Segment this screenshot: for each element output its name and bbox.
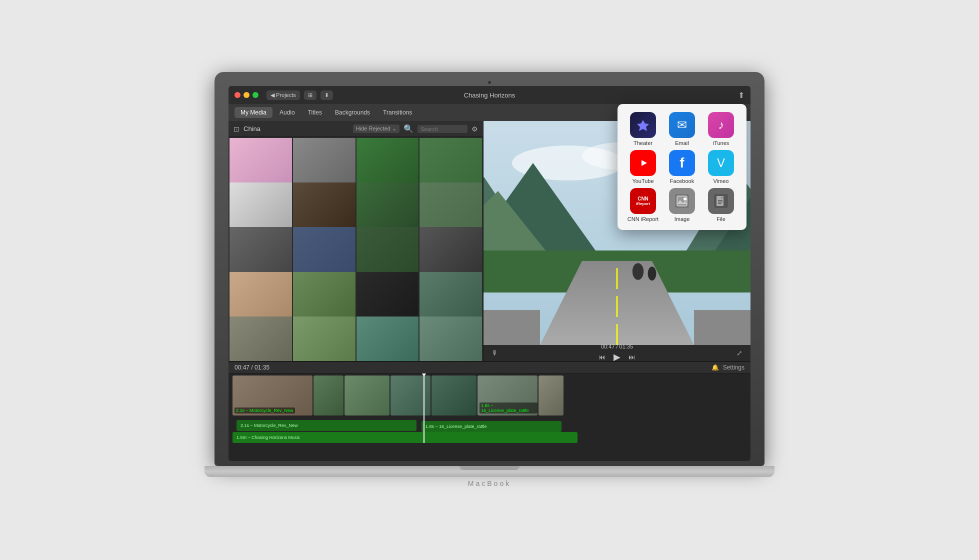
hide-rejected-button[interactable]: Hide Rejected ⌄ <box>353 124 400 133</box>
clip-4[interactable] <box>390 376 430 416</box>
thumb-18[interactable] <box>293 316 356 361</box>
thumb-5[interactable] <box>230 182 292 230</box>
itunes-label: iTunes <box>713 140 730 146</box>
fullscreen-icon[interactable]: ⤢ <box>736 349 742 357</box>
file-label: File <box>716 216 726 222</box>
svg-rect-14 <box>484 310 540 345</box>
thumb-12[interactable] <box>420 227 482 274</box>
media-panel: ⊡ China Hide Rejected ⌄ 🔍 ⚙ <box>228 121 484 361</box>
svg-rect-22 <box>677 196 687 206</box>
titlebar: ◀ Projects ⊞ ⬇ Chasing Horizons ⬆ <box>228 86 750 104</box>
thumb-8[interactable] <box>420 182 482 230</box>
filter-settings-icon[interactable]: ⚙ <box>472 125 478 133</box>
tab-transitions[interactable]: Transitions <box>377 107 418 118</box>
thumb-13[interactable] <box>230 272 292 319</box>
projects-button[interactable]: ◀ Projects <box>266 90 300 100</box>
share-facebook[interactable]: f Facebook <box>664 150 700 184</box>
timecode-display: 00:47 / 01:35 <box>601 344 633 350</box>
media-header: ⊡ China Hide Rejected ⌄ 🔍 ⚙ <box>228 121 483 137</box>
thumb-1[interactable] <box>230 138 292 185</box>
youtube-icon <box>630 150 656 176</box>
audio-track-1[interactable]: 2.1s – Motorcycle_Rev_New <box>236 420 416 431</box>
laptop-container: ◀ Projects ⊞ ⬇ Chasing Horizons ⬆ My Med… <box>214 72 764 488</box>
email-icon: ✉ <box>669 112 695 138</box>
tab-backgrounds[interactable]: Backgrounds <box>329 107 376 118</box>
share-theater[interactable]: Theater <box>626 112 660 146</box>
file-icon <box>708 188 734 214</box>
share-cnn[interactable]: CNN iReport CNN iReport <box>626 188 660 222</box>
email-label: Email <box>675 140 689 146</box>
share-file[interactable]: File <box>704 188 738 222</box>
itunes-icon: ♪ <box>708 112 734 138</box>
close-button[interactable] <box>234 92 240 98</box>
thumb-2[interactable] <box>293 138 356 185</box>
share-email[interactable]: ✉ Email <box>664 112 700 146</box>
thumb-15[interactable] <box>356 272 419 319</box>
search-icon: 🔍 <box>404 124 414 134</box>
timeline-settings-label[interactable]: Settings <box>723 364 744 371</box>
svg-rect-15 <box>694 310 750 345</box>
share-button[interactable]: ⬆ <box>738 90 744 100</box>
camera <box>488 81 491 84</box>
facebook-icon: f <box>669 150 695 176</box>
clip-5[interactable] <box>432 376 476 416</box>
vimeo-icon: V <box>708 150 734 176</box>
youtube-label: YouTube <box>632 178 654 184</box>
view-toggle-button[interactable]: ⊞ <box>304 90 316 100</box>
thumb-10[interactable] <box>293 227 356 274</box>
share-popup: Theater ✉ Email ♪ iTunes <box>618 104 746 230</box>
thumb-3[interactable] <box>356 138 419 185</box>
tab-audio[interactable]: Audio <box>274 107 301 118</box>
fullscreen-button[interactable] <box>252 92 258 98</box>
sidebar-toggle-icon[interactable]: ⊡ <box>234 125 240 133</box>
mic-icon[interactable]: 🎙 <box>492 349 498 357</box>
skip-forward-button[interactable]: ⏭ <box>628 353 636 361</box>
timeline-timecode: 00:47 / 01:35 <box>234 364 270 371</box>
thumb-11[interactable] <box>356 227 419 274</box>
thumb-9[interactable] <box>230 227 292 274</box>
clip-7[interactable] <box>538 376 564 416</box>
volume-icon[interactable]: 🔔 <box>712 364 719 371</box>
laptop-notch <box>460 466 520 470</box>
share-vimeo[interactable]: V Vimeo <box>704 150 738 184</box>
thumb-20[interactable] <box>420 316 482 361</box>
music-track-label: 1.5m – Chasing Horizons Music <box>236 435 300 440</box>
cnn-icon: CNN iReport <box>630 188 656 214</box>
thumb-16[interactable] <box>420 272 482 319</box>
tab-titles[interactable]: Titles <box>302 107 328 118</box>
minimize-button[interactable] <box>244 92 250 98</box>
tab-my-media[interactable]: My Media <box>234 107 272 118</box>
cnn-label: CNN iReport <box>628 216 658 222</box>
thumb-17[interactable] <box>230 316 292 361</box>
image-label: Image <box>674 216 690 222</box>
svg-point-17 <box>648 266 656 280</box>
clip-6[interactable]: 1.8s – 16_License_plate_rattle <box>478 376 538 416</box>
app-window: ◀ Projects ⊞ ⬇ Chasing Horizons ⬆ My Med… <box>228 86 750 461</box>
thumb-4[interactable] <box>420 138 482 185</box>
import-button[interactable]: ⬇ <box>320 90 333 100</box>
svg-marker-18 <box>637 120 649 131</box>
share-itunes[interactable]: ♪ iTunes <box>704 112 738 146</box>
traffic-lights <box>234 92 258 98</box>
share-youtube[interactable]: YouTube <box>626 150 660 184</box>
timeline-header: 00:47 / 01:35 🔔 Settings <box>228 362 750 374</box>
video-track: 2.1s – Motorcycle_Rev_New 1.8s – 16_Lice… <box>232 376 746 418</box>
clip-1[interactable]: 2.1s – Motorcycle_Rev_New <box>232 376 312 416</box>
thumb-7[interactable] <box>356 182 419 230</box>
music-track[interactable]: 1.5m – Chasing Horizons Music <box>232 432 578 443</box>
share-image[interactable]: Image <box>664 188 700 222</box>
playhead[interactable] <box>424 376 424 443</box>
clip-2[interactable] <box>314 376 344 416</box>
macbook-label: MacBook <box>468 479 511 488</box>
thumb-19[interactable] <box>356 316 419 361</box>
thumb-14[interactable] <box>293 272 356 319</box>
clip-3[interactable] <box>344 376 390 416</box>
skip-back-button[interactable]: ⏮ <box>598 353 606 361</box>
search-input[interactable] <box>418 125 468 133</box>
timeline-tracks: 2.1s – Motorcycle_Rev_New 1.8s – 16_Lice… <box>228 374 750 451</box>
image-icon <box>669 188 695 214</box>
vimeo-label: Vimeo <box>714 178 729 184</box>
audio-track-2[interactable]: 1.8s – 16_License_plate_rattle <box>422 421 562 432</box>
theater-icon <box>630 112 656 138</box>
thumb-6[interactable] <box>293 182 356 230</box>
